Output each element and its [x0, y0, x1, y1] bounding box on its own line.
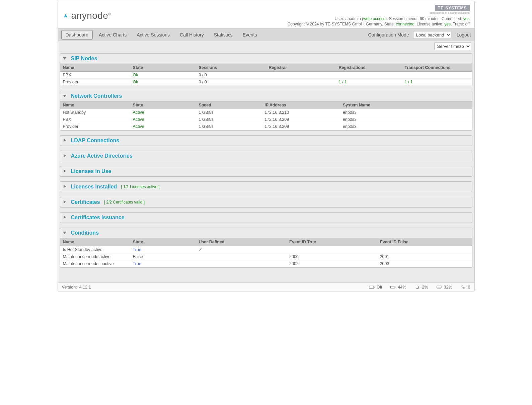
panel-header[interactable]: Licenses in Use [60, 166, 472, 176]
cell: 2001 [377, 253, 472, 260]
panel-header[interactable]: Certificates Issuance [60, 213, 472, 223]
col-state[interactable]: State [130, 238, 196, 246]
col-registrar[interactable]: Registrar [266, 64, 336, 72]
panel-title: Network Controllers [71, 93, 122, 99]
tab-events[interactable]: Events [239, 30, 261, 39]
cell: Maintenance mode active [60, 253, 130, 260]
brand-text: anynode® [71, 10, 111, 21]
col-speed[interactable]: Speed [196, 101, 262, 109]
table-row[interactable]: PBXActive1 GBit/s172.16.3.209enp0s3 [60, 116, 472, 123]
table-row[interactable]: Is Hot Standby activeTrue✓ [60, 246, 472, 253]
panel-network-controllers: Network Controllers Name State Speed IP … [60, 91, 472, 131]
cell: 1 GBit/s [196, 123, 262, 130]
config-mode-select[interactable]: Local backend [413, 31, 451, 39]
cell: 2003 [377, 260, 472, 267]
battery-icon [369, 285, 375, 290]
disk-icon [390, 285, 396, 290]
table-row[interactable]: Maintenance mode inactiveTrue20022003 [60, 260, 472, 267]
col-transport[interactable]: Transport Connections [402, 64, 472, 72]
dashboard-content: SIP Nodes Name State Sessions Registrar … [58, 52, 474, 282]
chevron-right-icon [63, 185, 67, 189]
cell: ✓ [196, 246, 287, 253]
tab-call-history[interactable]: Call History [176, 30, 208, 39]
svg-rect-1 [374, 287, 375, 288]
tab-dashboard[interactable]: Dashboard [61, 30, 93, 39]
panel-header[interactable]: Network Controllers [60, 91, 472, 101]
col-eid-false[interactable]: Event ID False [377, 238, 472, 246]
copyright-line: Copyright © 2024 by TE-SYSTEMS GmbH, Ger… [288, 22, 470, 26]
table-row[interactable]: Maintenance mode activeFalse20002001 [60, 253, 472, 260]
col-name[interactable]: Name [60, 101, 130, 109]
chevron-down-icon [63, 94, 67, 98]
metric-disk: 44% [390, 285, 406, 290]
col-sysname[interactable]: System Name [340, 101, 472, 109]
cell: 1 GBit/s [196, 116, 262, 123]
cpu-icon [414, 285, 420, 290]
tab-active-charts[interactable]: Active Charts [95, 30, 131, 39]
cell: Active [130, 123, 196, 130]
cell [402, 72, 472, 79]
col-ip[interactable]: IP Address [262, 101, 340, 109]
cell [196, 260, 287, 267]
panel-title: Licenses Installed [71, 184, 117, 190]
cell: Provider [60, 123, 130, 130]
panel-subtitle: [ 2/2 Certificates valid ] [104, 200, 145, 205]
chevron-down-icon [63, 57, 67, 61]
tab-statistics[interactable]: Statistics [210, 30, 237, 39]
cell: 172.16.3.210 [262, 109, 340, 116]
panel-header[interactable]: Licenses Installed[ 1/1 Licenses active … [60, 182, 472, 192]
cell: 1 / 1 [336, 79, 402, 86]
svg-rect-4 [416, 286, 419, 289]
panel-ldap: LDAP Connections [60, 135, 472, 146]
col-registrations[interactable]: Registrations [336, 64, 402, 72]
chevron-right-icon [63, 216, 67, 220]
panel-header[interactable]: SIP Nodes [60, 54, 472, 64]
table-row[interactable]: PBXOk0 / 0 [60, 72, 472, 79]
chevron-right-icon [63, 169, 67, 173]
net-table: Name State Speed IP Address System Name … [60, 101, 472, 130]
panel-header[interactable]: Azure Active Directories [60, 151, 472, 161]
cell: enp0s3 [340, 116, 472, 123]
panel-title: SIP Nodes [71, 56, 97, 62]
cell [377, 246, 472, 253]
panel-certificates: Certificates[ 2/2 Certificates valid ] [60, 197, 472, 208]
col-eid-true[interactable]: Event ID True [287, 238, 377, 246]
panel-subtitle: [ 1/1 Licenses active ] [121, 184, 159, 189]
config-mode-label: Configuration Mode [368, 32, 409, 37]
panel-header[interactable]: Certificates[ 2/2 Certificates valid ] [60, 197, 472, 207]
cell [266, 79, 336, 86]
panel-header[interactable]: LDAP Connections [60, 136, 472, 146]
col-state[interactable]: State [130, 101, 196, 109]
cell: Ok [130, 72, 196, 79]
metric-cpu: 2% [414, 285, 428, 290]
table-row[interactable]: ProviderActive1 GBit/s172.16.3.209enp0s3 [60, 123, 472, 130]
cell [287, 246, 377, 253]
panel-title: Azure Active Directories [71, 153, 133, 159]
logout-link[interactable]: Logout [457, 32, 471, 37]
table-row[interactable]: ProviderOk0 / 01 / 11 / 1 [60, 79, 472, 86]
panel-title: LDAP Connections [71, 138, 120, 144]
col-name[interactable]: Name [60, 64, 130, 72]
cell: Active [130, 109, 196, 116]
cell: Maintenance mode inactive [60, 260, 130, 267]
panel-azure: Azure Active Directories [60, 151, 472, 161]
table-row[interactable]: Hot StandbyActive1 GBit/s172.16.3.210enp… [60, 109, 472, 116]
col-userdef[interactable]: User Defined [196, 238, 287, 246]
panel-header[interactable]: Conditions [60, 228, 472, 238]
svg-rect-9 [437, 286, 442, 288]
cell: Active [130, 116, 196, 123]
metric-mem: 32% [436, 285, 452, 290]
col-state[interactable]: State [130, 64, 196, 72]
memory-icon [436, 285, 442, 290]
cell: Provider [60, 79, 130, 86]
navbar: Dashboard Active Charts Active Sessions … [58, 28, 474, 41]
tab-active-sessions[interactable]: Active Sessions [133, 30, 174, 39]
timezone-bar: Server timezone [58, 41, 474, 52]
metric-off: Off [369, 285, 382, 290]
col-sessions[interactable]: Sessions [196, 64, 266, 72]
cell: 0 / 0 [196, 79, 266, 86]
col-name[interactable]: Name [60, 238, 130, 246]
timezone-select[interactable]: Server timezone [434, 43, 471, 50]
header-right: TE-SYSTEMScompetence in e-communications… [288, 5, 470, 26]
chevron-right-icon [63, 139, 67, 143]
